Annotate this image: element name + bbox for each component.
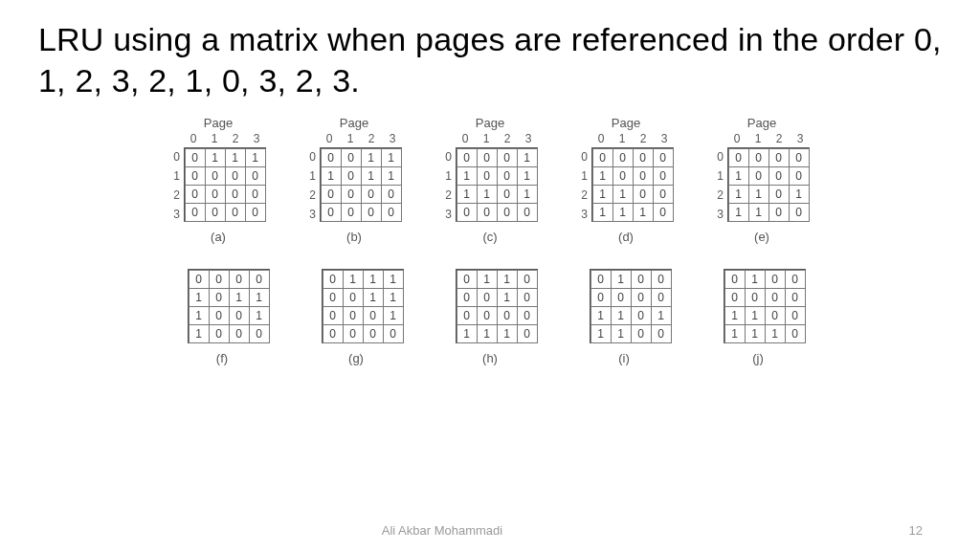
row-header: [576, 326, 590, 345]
matrix-body: 01230000100011001110: [578, 147, 674, 224]
col-header: 0: [319, 132, 340, 145]
matrix-cell: 1: [611, 324, 632, 343]
matrix-cell: 0: [497, 166, 518, 186]
matrix-caption: (j): [752, 351, 764, 365]
row-header: [576, 269, 590, 288]
row-header: [442, 269, 456, 288]
matrix-cell: 1: [477, 270, 498, 289]
matrix-cell: 0: [748, 166, 769, 186]
matrix-cells-row: 1100: [724, 306, 805, 324]
matrix-body: 0000101110011000: [174, 269, 270, 345]
matrix-cell: 0: [185, 148, 206, 167]
matrix-cell: 1: [189, 288, 210, 307]
matrix-cell: 1: [724, 306, 746, 325]
matrix-body: 0100000011011100: [576, 269, 672, 345]
row-header: [576, 307, 590, 326]
row-header: [710, 269, 724, 288]
matrix-cells-row: 1000: [592, 166, 673, 185]
footer-page-number: 12: [884, 523, 923, 538]
row-header: [442, 288, 456, 307]
matrix-cells-row: 1101: [728, 185, 809, 203]
matrix-cells-row: 0000: [321, 185, 401, 203]
matrix-row-1: Page012301230111000000000000(a)Page01230…: [169, 116, 811, 244]
matrix-cell: 0: [185, 166, 206, 186]
row-header: 2: [578, 186, 591, 205]
row-header: 3: [170, 205, 184, 224]
matrix-cell: 0: [323, 270, 344, 289]
col-header: 0: [455, 132, 476, 145]
col-header: 1: [747, 132, 768, 145]
col-header: 2: [361, 132, 382, 145]
matrix-cells-row: 0011: [321, 148, 401, 166]
matrix-cell: 0: [517, 270, 538, 289]
matrix-cells-row: 1100: [590, 324, 671, 342]
matrix-cell: 0: [590, 270, 612, 289]
col-header: 0: [590, 132, 612, 145]
matrix-cells-row: 0000: [592, 148, 673, 166]
col-header: 1: [204, 132, 225, 145]
matrix-cell: 0: [768, 166, 790, 186]
matrix-col-headers: 0123: [577, 132, 675, 145]
matrix-cell: 1: [497, 270, 518, 289]
matrix-body: 0110001000001110: [442, 269, 538, 345]
matrix-cell: 1: [517, 185, 538, 204]
matrix-caption: (g): [348, 351, 364, 365]
matrix-cell: 0: [323, 288, 344, 307]
matrix-caption: (b): [346, 230, 362, 244]
matrix-cell: 0: [225, 166, 246, 186]
matrix-page-label: Page: [476, 116, 504, 130]
matrix-cells-row: 1110: [457, 324, 537, 342]
matrix-page-label: Page: [747, 116, 776, 130]
matrices-area: Page012301230111000000000000(a)Page01230…: [0, 116, 980, 365]
matrix-cell: 0: [341, 203, 362, 222]
matrix-cell: 1: [633, 203, 654, 222]
col-header: 0: [183, 132, 204, 145]
row-headers-col: [442, 269, 456, 345]
row-header: 0: [170, 147, 184, 166]
matrix-cell: 0: [477, 166, 498, 186]
matrix-cell: 0: [768, 185, 790, 204]
matrix-cell: 1: [728, 166, 749, 186]
matrix-cell: 0: [321, 148, 342, 167]
matrix-cell: 1: [383, 288, 404, 307]
col-header: 3: [382, 132, 403, 145]
matrix-cell: 1: [611, 306, 632, 325]
matrix-cell: 0: [361, 185, 382, 204]
row-header: [576, 288, 590, 307]
matrix-cell: 1: [745, 324, 766, 343]
row-header: [174, 288, 188, 307]
matrix-cells: 0100000011001110: [724, 269, 806, 343]
matrix-cell: 0: [631, 306, 652, 325]
matrix-cell: 0: [653, 148, 674, 167]
matrix-cell: 0: [592, 148, 613, 167]
matrix-cell: 1: [361, 166, 382, 186]
matrix-cell: 1: [517, 166, 538, 186]
matrix-cell: 1: [249, 288, 270, 307]
matrix-cell: 0: [343, 288, 364, 307]
col-header: 2: [225, 132, 246, 145]
row-header: [308, 269, 322, 288]
matrix-cells-row: 0110: [457, 270, 537, 288]
matrix-cell: 0: [229, 306, 250, 325]
matrix-cell: 0: [457, 306, 478, 325]
matrix-g: 0111001100010000(g): [308, 269, 404, 365]
matrix-cell: 1: [457, 166, 478, 186]
matrix-cell: 0: [497, 203, 518, 222]
matrix-cell: 1: [321, 166, 342, 186]
col-header: 3: [518, 132, 539, 145]
matrix-cell: 1: [611, 270, 632, 289]
matrix-cell: 0: [653, 185, 674, 204]
row-header: 1: [442, 166, 456, 186]
row-headers-col: 0123: [306, 147, 320, 224]
matrix-cell: 1: [363, 270, 384, 289]
matrix-cell: 0: [205, 185, 226, 204]
matrix-cell: 0: [590, 288, 612, 307]
matrix-body: 01230001100111010000: [442, 147, 538, 224]
matrix-cells: 0111001100010000: [322, 269, 404, 343]
matrix-caption: (h): [482, 351, 498, 365]
matrix-cell: 0: [343, 306, 364, 325]
matrix-cell: 0: [209, 324, 230, 343]
matrix-body: 01230111000000000000: [170, 147, 266, 224]
matrix-cell: 1: [383, 306, 404, 325]
matrix-cell: 0: [245, 203, 266, 222]
